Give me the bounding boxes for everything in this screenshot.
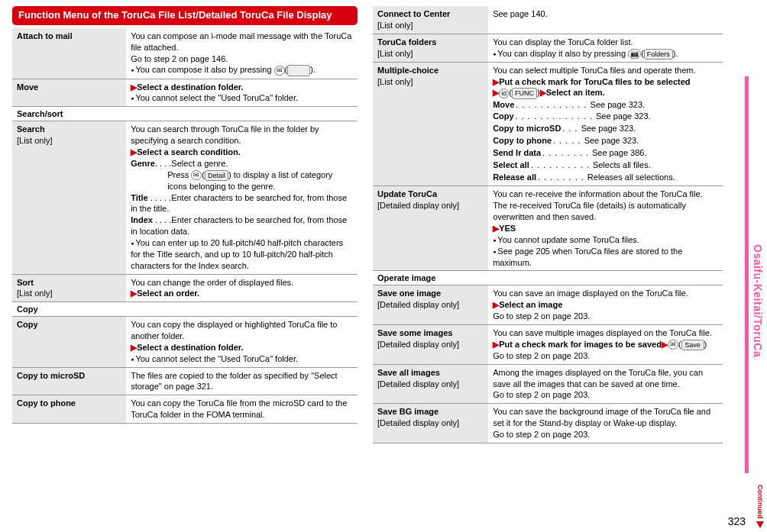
text: You can save an image displayed on the T… (493, 289, 688, 298)
row-copy-phone: Copy to phone You can copy the ToruCa fi… (12, 395, 358, 424)
action: Put a check mark for ToruCa files to be … (499, 77, 690, 86)
right-column: Connect to Center[List only] See page 14… (365, 0, 730, 450)
row-update-toruca: Update ToruCa[Detailed display only] You… (373, 186, 723, 271)
mail-key-icon: ✉ (191, 170, 202, 180)
row-move: Move ▶Select a destination folder. You c… (12, 79, 358, 108)
ir-key-icon: iα (499, 89, 509, 98)
label: ToruCa folders[List only] (373, 34, 488, 62)
func-softkey-icon: FUNC (512, 88, 537, 98)
text: Go to step 2 on page 203. (493, 390, 590, 399)
label: Move (12, 79, 126, 107)
desc: You can save the background image of the… (488, 404, 723, 443)
bullet-line: You cannot select the "Used ToruCa" fold… (131, 354, 298, 363)
triangle-icon: ▶ (131, 343, 137, 352)
mail-key-icon: ✉ (274, 66, 285, 76)
triangle-icon: ▶ (131, 147, 137, 156)
text: You can save multiple images displayed o… (493, 328, 712, 337)
def-title: Title . . . . .Enter characters to be se… (131, 193, 347, 214)
action: Select an image (499, 300, 562, 309)
row-connect-center: Connect to Center[List only] See page 14… (373, 6, 723, 34)
row-save-one: Save one image[Detailed display only] Yo… (373, 285, 723, 325)
desc: You can compose an i-mode mail message w… (126, 28, 358, 79)
detail-softkey-icon: Detail (205, 170, 228, 181)
text: Go to step 2 on page 146. (131, 54, 228, 63)
desc: You can save multiple images displayed o… (488, 325, 723, 364)
folders-softkey-icon: Folders (644, 49, 673, 60)
action: Select a destination folder. (137, 82, 243, 92)
def-index: Index . . . .Enter characters to be sear… (131, 215, 347, 236)
indent: Press ✉(Detail) to display a list of cat… (131, 169, 353, 192)
continued-label: Continued (756, 485, 764, 519)
desc: You can re-receive the information about… (488, 186, 723, 270)
action: Select an item. (546, 88, 605, 97)
bullet-line: You can display it also by pressing 📷(Fo… (493, 49, 678, 58)
row-save-bg: Save BG image[Detailed display only] You… (373, 404, 723, 443)
desc: See page 140. (488, 6, 723, 34)
def-genre: Genre. . . .Select a genre. (131, 159, 228, 168)
label: Sort[List only] (12, 275, 126, 302)
row-sort: Sort[List only] You can change the order… (12, 275, 358, 303)
bullet-line: You can compose it also by pressing ✉( )… (131, 65, 316, 74)
text: You can select multiple ToruCa files and… (493, 66, 695, 75)
row-copy-microsd: Copy to microSD The files are copied to … (12, 368, 358, 396)
triangle-icon: ▶ (493, 340, 499, 349)
row-attach-to-mail: Attach to mail You can compose an i-mode… (12, 28, 358, 79)
text: You can change the order of displayed fi… (131, 278, 293, 287)
desc: You can display the ToruCa folder list. … (488, 34, 723, 62)
desc: You can copy the ToruCa file from the mi… (126, 395, 358, 423)
group-operate-image: Operate image (373, 271, 723, 285)
action: Select a destination folder. (137, 343, 243, 352)
row-toruca-folders: ToruCa folders[List only] You can displa… (373, 34, 723, 63)
text: You can re-receive the information about… (493, 189, 703, 221)
item-select-all: Select all. . . . . . . . . .Selects all… (493, 160, 718, 171)
continued-arrow-icon (756, 521, 764, 528)
label: Save some images[Detailed display only] (373, 325, 488, 364)
desc: You can select multiple ToruCa files and… (488, 63, 723, 186)
text: You can copy the displayed or highlighte… (131, 320, 337, 340)
bullet-line: You cannot select the "Used ToruCa" fold… (131, 93, 298, 102)
label: Attach to mail (12, 28, 126, 79)
triangle-icon: ▶ (493, 224, 499, 233)
bullet-line: You cannot update some ToruCa files. (493, 235, 639, 244)
text: You can search through ToruCa file in th… (131, 124, 319, 145)
triangle-icon: ▶ (493, 77, 499, 86)
triangle-icon: ▶ (662, 340, 668, 349)
label: Save BG image[Detailed display only] (373, 404, 488, 443)
triangle-icon: ▶ (493, 300, 499, 309)
desc: You can copy the displayed or highlighte… (126, 317, 358, 366)
text: Go to step 2 on page 203. (493, 351, 590, 360)
row-save-all: Save all images[Detailed display only] A… (373, 365, 723, 405)
label: Save all images[Detailed display only] (373, 365, 488, 404)
row-save-some: Save some images[Detailed display only] … (373, 325, 723, 365)
page-number: 323 (728, 515, 746, 527)
row-search: Search[List only] You can search through… (12, 121, 358, 274)
desc: ▶Select a destination folder. You cannot… (126, 79, 358, 107)
triangle-icon: ▶ (131, 289, 137, 298)
row-multiple-choice: Multiple-choice[List only] You can selec… (373, 63, 723, 187)
softkey-icon (287, 65, 310, 76)
page: Function Menu of the ToruCa File List/De… (0, 0, 767, 450)
label: Connect to Center[List only] (373, 6, 488, 34)
label: Copy (12, 317, 126, 366)
side-tab-bar (745, 76, 749, 473)
left-column: Function Menu of the ToruCa File List/De… (0, 0, 365, 450)
triangle-icon: ▶ (540, 88, 546, 97)
label: Copy to phone (12, 395, 126, 423)
group-search-sort: Search/sort (12, 107, 358, 121)
desc: You can save an image displayed on the T… (488, 285, 723, 324)
item-send-ir: Send Ir data. . . . . . . .See page 386. (493, 147, 718, 159)
desc: The files are copied to the folder as sp… (126, 368, 358, 395)
section-header: Function Menu of the ToruCa File List/De… (12, 6, 358, 25)
item-release-all: Release all. . . . . . . .Releases all s… (493, 172, 718, 183)
row-copy: Copy You can copy the displayed or highl… (12, 317, 358, 367)
side-tab-label: Osaifu-Keitai/ToruCa (752, 244, 764, 357)
text: Among the images displayed on the ToruCa… (493, 368, 703, 389)
group-copy: Copy (12, 302, 358, 317)
label: Save one image[Detailed display only] (373, 285, 488, 324)
item-copy: Copy. . . . . . . . . . . . .See page 32… (493, 111, 718, 122)
text: Go to step 2 on page 203. (493, 430, 590, 439)
desc: You can search through ToruCa file in th… (126, 121, 358, 273)
text: You can display the ToruCa folder list. (493, 37, 633, 47)
save-softkey-icon: Save (681, 340, 704, 350)
mail-key-icon: ✉ (668, 340, 678, 350)
